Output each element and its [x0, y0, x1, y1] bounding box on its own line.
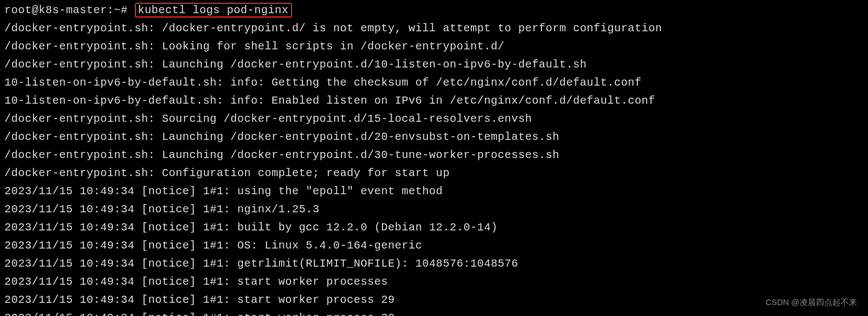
shell-prompt: root@k8s-master:~#	[4, 4, 135, 16]
log-line: /docker-entrypoint.sh: Launching /docker…	[4, 55, 864, 74]
log-line: /docker-entrypoint.sh: Looking for shell…	[4, 37, 864, 55]
log-line: /docker-entrypoint.sh: Launching /docker…	[4, 128, 864, 146]
watermark-text: CSDN @凌晨四点起不来	[766, 296, 857, 309]
log-line: 2023/11/15 10:49:34 [notice] 1#1: start …	[4, 309, 864, 316]
log-line: /docker-entrypoint.sh: Sourcing /docker-…	[4, 110, 864, 128]
log-line: /docker-entrypoint.sh: /docker-entrypoin…	[4, 19, 864, 37]
log-line: 10-listen-on-ipv6-by-default.sh: info: G…	[4, 74, 864, 92]
log-line: 2023/11/15 10:49:34 [notice] 1#1: built …	[4, 218, 864, 236]
log-line: 2023/11/15 10:49:34 [notice] 1#1: OS: Li…	[4, 236, 864, 255]
log-line: 10-listen-on-ipv6-by-default.sh: info: E…	[4, 92, 864, 110]
log-line: /docker-entrypoint.sh: Launching /docker…	[4, 146, 864, 164]
log-line: /docker-entrypoint.sh: Configuration com…	[4, 164, 864, 182]
terminal-output[interactable]: root@k8s-master:~# kubectl logs pod-ngin…	[4, 1, 864, 316]
log-line: 2023/11/15 10:49:34 [notice] 1#1: using …	[4, 182, 864, 200]
log-line: 2023/11/15 10:49:34 [notice] 1#1: getrli…	[4, 255, 864, 273]
command-line: root@k8s-master:~# kubectl logs pod-ngin…	[4, 1, 864, 19]
log-line: 2023/11/15 10:49:34 [notice] 1#1: nginx/…	[4, 200, 864, 218]
log-line: 2023/11/15 10:49:34 [notice] 1#1: start …	[4, 273, 864, 291]
command-text: kubectl logs pod-nginx	[135, 3, 292, 18]
log-line: 2023/11/15 10:49:34 [notice] 1#1: start …	[4, 291, 864, 309]
log-output: /docker-entrypoint.sh: /docker-entrypoin…	[4, 19, 864, 316]
